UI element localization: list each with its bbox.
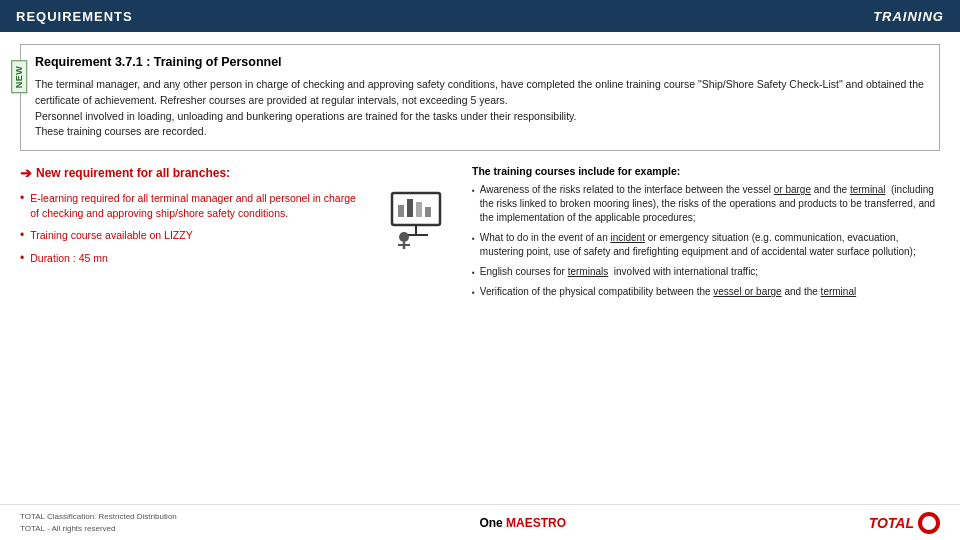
list-item: ▪ Awareness of the risks related to the … — [472, 183, 940, 225]
list-item-text: What to do in the event of an incident o… — [480, 231, 940, 259]
header: REQUIREMENTS TRAINING — [0, 0, 960, 32]
total-circle-icon — [918, 512, 940, 534]
bullet-icon: ▪ — [472, 233, 475, 244]
list-item: ▪ What to do in the event of an incident… — [472, 231, 940, 259]
svg-rect-9 — [425, 207, 431, 217]
list-item: • Training course available on LIZZY — [20, 228, 360, 243]
header-right-title: TRAINING — [873, 9, 944, 24]
footer-center: One MAESTRO — [479, 516, 566, 530]
bullet-icon: ▪ — [472, 287, 475, 298]
bullet-icon: • — [20, 228, 24, 242]
list-item: ▪ English courses for terminals involved… — [472, 265, 940, 279]
list-item-text: Verification of the physical compatibili… — [480, 285, 856, 299]
footer-classification: TOTAL Classification: Restricted Distrib… — [20, 511, 177, 535]
list-item-text: Awareness of the risks related to the in… — [480, 183, 940, 225]
svg-point-3 — [399, 232, 409, 242]
list-item: ▪ Verification of the physical compatibi… — [472, 285, 940, 299]
list-item-text: English courses for terminals involved w… — [480, 265, 758, 279]
bullet-icon: ▪ — [472, 267, 475, 278]
svg-rect-6 — [398, 205, 404, 217]
right-column: The training courses include for example… — [472, 165, 940, 305]
new-badge: NEW — [11, 61, 27, 94]
icon-area — [376, 165, 456, 305]
list-item: • E-learning required for all terminal m… — [20, 191, 360, 220]
training-icon — [384, 185, 448, 249]
arrow-heading-text: New requirement for all branches: — [36, 166, 230, 180]
left-column: ➔ New requirement for all branches: • E-… — [20, 165, 360, 305]
main-content: NEW Requirement 3.7.1 : Training of Pers… — [0, 32, 960, 313]
total-text: TOTAL — [869, 515, 914, 531]
header-left-title: REQUIREMENTS — [16, 9, 133, 24]
bullet-icon: • — [20, 251, 24, 265]
list-item-text: E-learning required for all terminal man… — [30, 191, 360, 220]
footer-line1: TOTAL Classification: Restricted Distrib… — [20, 511, 177, 523]
footer-line2: TOTAL - All rights reserved — [20, 523, 177, 535]
svg-rect-7 — [407, 199, 413, 217]
svg-rect-8 — [416, 202, 422, 217]
arrow-heading: ➔ New requirement for all branches: — [20, 165, 360, 181]
list-item-text: Duration : 45 mn — [30, 251, 108, 266]
bullet-icon: • — [20, 191, 24, 205]
list-item-text: Training course available on LIZZY — [30, 228, 192, 243]
left-bullet-list: • E-learning required for all terminal m… — [20, 191, 360, 266]
list-item: • Duration : 45 mn — [20, 251, 360, 266]
requirement-box: NEW Requirement 3.7.1 : Training of Pers… — [20, 44, 940, 151]
arrow-icon: ➔ — [20, 165, 32, 181]
maestro-text: MAESTRO — [506, 516, 566, 530]
right-section-title: The training courses include for example… — [472, 165, 940, 177]
right-bullet-list: ▪ Awareness of the risks related to the … — [472, 183, 940, 299]
content-row: ➔ New requirement for all branches: • E-… — [20, 165, 940, 305]
bullet-icon: ▪ — [472, 185, 475, 196]
total-circle-inner — [922, 516, 936, 530]
requirement-body: The terminal manager, and any other pers… — [35, 77, 925, 140]
requirement-title: Requirement 3.7.1 : Training of Personne… — [35, 55, 925, 69]
footer: TOTAL Classification: Restricted Distrib… — [0, 504, 960, 540]
footer-logo: TOTAL — [869, 512, 940, 534]
